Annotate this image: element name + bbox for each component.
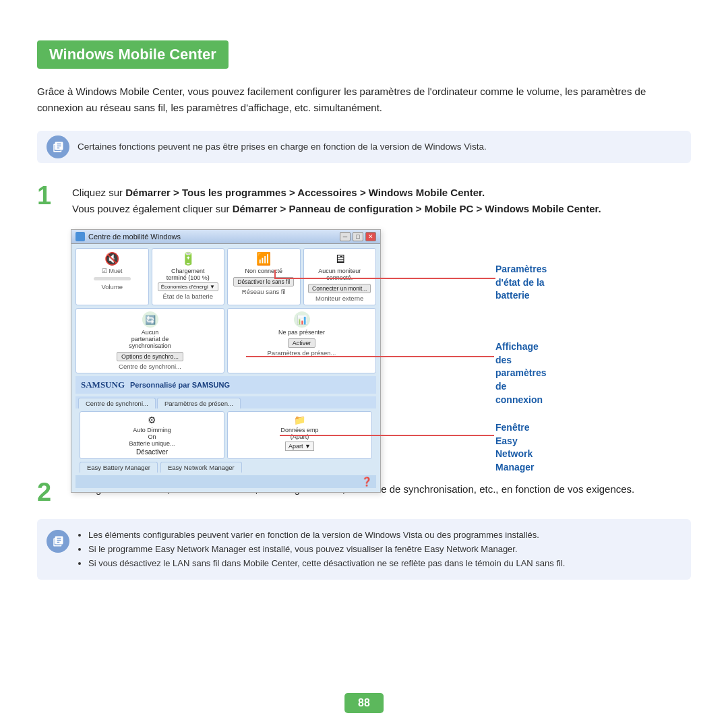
samsung-text: Personnalisé par SAMSUNG xyxy=(130,381,230,389)
battery-cell: 🔋 Chargementterminé (100 %) Économies d'… xyxy=(152,248,225,305)
step-1-block: 1 Cliquez sur Démarrer > Tous les progra… xyxy=(37,182,691,217)
note-item-1: Les éléments configurables peuvent varie… xyxy=(88,528,679,543)
window-controls[interactable]: ─ □ ✕ xyxy=(340,232,376,241)
callout-easy-label: Fenêtre EasyNetwork Manager xyxy=(495,421,535,474)
network-dropdown[interactable]: Apart ▼ xyxy=(285,442,314,451)
monitor-label: Moniteur externe xyxy=(315,295,363,302)
step1-line1-prefix: Cliquez sur xyxy=(72,187,125,198)
step1-line1-bold: Démarrer > Tous les programmes > Accesso… xyxy=(125,187,485,198)
presentation-icon: 📊 xyxy=(294,311,310,328)
window-app-icon xyxy=(75,232,85,241)
step1-line2-prefix: Vous pouvez également cliquer sur xyxy=(72,203,233,214)
callout-battery-line xyxy=(274,278,495,279)
battery-manager-cell: ⚙ Auto DimmingOnBatterie unique... Désac… xyxy=(80,411,224,459)
note-box-1: Certaines fonctions peuvent ne pas être … xyxy=(37,131,691,163)
volume-cell: 🔇 ☑ Muet Volume xyxy=(75,248,149,305)
battery-label: État de la batterie xyxy=(163,293,213,300)
connect-monitor-btn[interactable]: Connecter un monit... xyxy=(308,284,371,293)
window-footer-tabs: Centre de synchroni... Paramètres de pré… xyxy=(75,396,376,408)
intro-text: Grâce à Windows Mobile Center, vous pouv… xyxy=(37,84,691,116)
step-2-number: 2 xyxy=(37,479,65,507)
presentation-cell: 📊 Ne pas présenter Activer Paramètres de… xyxy=(227,308,376,373)
callout-battery-line-v xyxy=(274,270,276,279)
wifi-cell: 📶 Non connecté Désactiver le sans fil Ré… xyxy=(227,248,301,305)
note-item-3: Si vous désactivez le LAN sans fil dans … xyxy=(88,557,679,571)
deactivate-btn[interactable]: Désactiver xyxy=(136,448,168,456)
sync-label: Centre de synchroni... xyxy=(119,363,181,370)
callout-easy-line xyxy=(280,435,494,436)
note-item-2: Si le programme Easy Network Manager est… xyxy=(88,543,679,557)
volume-label: Volume xyxy=(101,283,123,291)
step-1-text: Cliquez sur Démarrer > Tous les programm… xyxy=(72,182,601,217)
wifi-label: Réseau sans fil xyxy=(242,288,286,295)
windows-mobile-center-window: Centre de mobilité Windows ─ □ ✕ 🔇 ☑ Mue… xyxy=(71,229,381,493)
window-footer-body: ⚙ Auto DimmingOnBatterie unique... Désac… xyxy=(75,408,376,475)
samsung-bar: SAMSUNG Personnalisé par SAMSUNG xyxy=(75,376,376,394)
network-manager-tab[interactable]: Easy Network Manager xyxy=(160,462,242,473)
note-text-1: Certaines fonctions peuvent ne pas être … xyxy=(78,140,679,154)
minimize-button[interactable]: ─ xyxy=(340,232,351,241)
monitor-icon: 🖥 xyxy=(332,251,347,266)
samsung-logo: SAMSUNG xyxy=(81,380,125,390)
activate-btn[interactable]: Activer xyxy=(288,338,316,348)
window-row-1: 🔇 ☑ Muet Volume 🔋 Chargementterminé (100… xyxy=(75,248,376,305)
page-title: Windows Mobile Center xyxy=(37,40,229,69)
note-icon-2 xyxy=(47,530,69,553)
info-bar: ❓ xyxy=(75,475,376,488)
note-box-2: Les éléments configurables peuvent varie… xyxy=(37,519,691,580)
restore-button[interactable]: □ xyxy=(353,232,363,241)
window-titlebar: Centre de mobilité Windows ─ □ ✕ xyxy=(71,230,380,244)
screenshot-area: Centre de mobilité Windows ─ □ ✕ 🔇 ☑ Mue… xyxy=(71,229,691,472)
titlebar-left: Centre de mobilité Windows xyxy=(75,232,181,241)
volume-icon: 🔇 xyxy=(104,251,119,266)
sync-icon: 🔄 xyxy=(142,311,158,328)
wifi-icon: 📶 xyxy=(256,251,271,266)
page-number: 88 xyxy=(344,693,384,713)
window-row-2: 🔄 Aucunpartenariat desynchronisation Opt… xyxy=(75,308,376,373)
callout-battery-label: Paramètres d'état de labatterie xyxy=(495,263,547,303)
close-button[interactable]: ✕ xyxy=(365,232,376,241)
battery-dropdown[interactable]: Économies d'énergi ▼ xyxy=(158,282,218,291)
monitor-cell: 🖥 Aucun moniteurconnecté. Connecter un m… xyxy=(303,248,377,305)
window-body: 🔇 ☑ Muet Volume 🔋 Chargementterminé (100… xyxy=(71,244,380,492)
note-icon-1 xyxy=(47,135,69,158)
battery-manager-tab[interactable]: Easy Battery Manager xyxy=(80,462,158,473)
callout-connexion-label: Affichage desparamètres de connexion xyxy=(495,340,547,406)
callout-connexion-line xyxy=(246,356,494,357)
sync-tab[interactable]: Centre de synchroni... xyxy=(78,398,156,408)
presentation-tab[interactable]: Paramètres de présen... xyxy=(157,398,241,408)
note-list-2: Les éléments configurables peuvent varie… xyxy=(78,528,679,570)
step1-line2-bold: Démarrer > Panneau de configuration > Mo… xyxy=(233,203,601,214)
step-1-number: 1 xyxy=(37,182,65,210)
page: Windows Mobile Center Grâce à Windows Mo… xyxy=(0,0,728,728)
bottom-tab-labels: Easy Battery Manager Easy Network Manage… xyxy=(80,462,372,473)
battery-icon: 🔋 xyxy=(181,251,195,266)
sync-options-btn[interactable]: Options de synchro... xyxy=(117,352,183,361)
sync-cell: 🔄 Aucunpartenariat desynchronisation Opt… xyxy=(75,308,224,373)
window-title: Centre de mobilité Windows xyxy=(88,233,181,241)
